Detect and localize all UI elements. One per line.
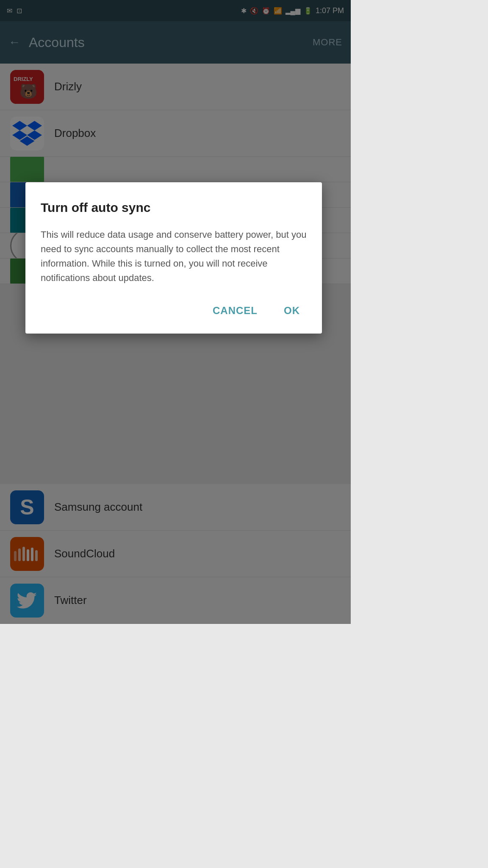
dialog-body: This will reduce data usage and conserve… (41, 228, 307, 285)
ok-button[interactable]: OK (277, 300, 307, 321)
auto-sync-dialog: Turn off auto sync This will reduce data… (25, 182, 322, 334)
cancel-button[interactable]: CANCEL (206, 300, 264, 321)
dialog-title: Turn off auto sync (41, 199, 307, 216)
dialog-actions: CANCEL OK (41, 300, 307, 321)
